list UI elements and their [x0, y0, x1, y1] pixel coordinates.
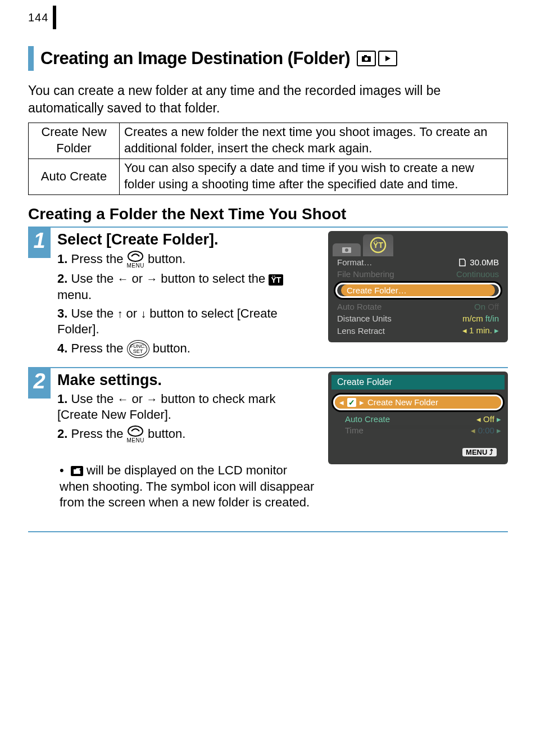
step-2: 2 Make settings. 1. Use the ← or → butto… — [28, 367, 508, 532]
step-title: Make settings. — [57, 372, 319, 389]
down-arrow-icon: ↓ — [140, 307, 146, 320]
menu-item: Auto Create ◂ Off ▸ — [328, 414, 508, 425]
instruction-line: 1. Press the MENU button. — [57, 251, 319, 269]
instruction-line: 2. Press the MENU button. — [57, 425, 319, 443]
svg-point-2 — [365, 57, 368, 61]
svg-point-9 — [128, 426, 143, 436]
checkmark-icon: ✓ — [347, 398, 356, 407]
section-title-bar: Creating an Image Destination (Folder) — [28, 46, 508, 71]
playback-mode-icon — [378, 51, 397, 66]
menu-button-icon: MENU — [127, 251, 144, 269]
func-set-button-icon: FUNC. SET — [127, 340, 149, 358]
left-arrow-icon: ← — [117, 273, 128, 285]
tools-menu-icon: ŸT — [269, 274, 283, 286]
menu-item: Format… 30.0MB — [334, 256, 502, 268]
instruction-line: 4. Press the FUNC. SET button. — [57, 340, 319, 358]
note-line: • ★ will be displayed on the LCD monitor… — [57, 463, 319, 511]
step-1: 1 Select [Create Folder]. 1. Press the M… — [28, 227, 508, 366]
menu-item: Auto Rotate On Off — [334, 301, 502, 313]
step-ordinal: 3. — [57, 306, 67, 320]
svg-text:ŸT: ŸT — [373, 241, 383, 250]
svg-marker-3 — [385, 56, 390, 61]
camera-menu-screenshot: ŸT Format… 30.0MB File Numbering — [328, 231, 508, 342]
instruction-line: 3. Use the ↑ or ↓ button to select [Crea… — [57, 306, 319, 338]
page-number-block: 144 — [28, 6, 508, 29]
menu-item: Lens Retract ◂ 1 min. ▸ — [334, 324, 502, 337]
submenu-title: Create Folder — [331, 375, 505, 390]
menu-item: File Numbering Continuous — [334, 268, 502, 280]
step-title: Select [Create Folder]. — [57, 231, 319, 248]
instruction-line: 2. Use the ← or → button to select the Ÿ… — [57, 271, 319, 303]
step-number: 2 — [28, 368, 51, 399]
table-row: Auto Create You can also specify a date … — [29, 159, 508, 195]
svg-rect-1 — [364, 55, 367, 57]
left-arrow-icon: ← — [117, 393, 128, 405]
highlighted-menu-item: ◂ ✓ ▸ Create New Folder — [331, 393, 505, 412]
new-folder-indicator-icon: ★ — [71, 466, 83, 476]
svg-text:★: ★ — [79, 468, 81, 472]
folder-options-table: Create New Folder Creates a new folder t… — [28, 123, 508, 195]
page-number-divider — [53, 6, 56, 29]
menu-back-button: MENU — [462, 448, 497, 456]
table-row: Create New Folder Creates a new folder t… — [29, 123, 508, 159]
step-number: 1 — [28, 228, 51, 258]
manual-page: 144 Creating an Image Destination (Folde… — [0, 0, 536, 756]
step-ordinal: 2. — [57, 271, 67, 286]
camera-mode-icon — [357, 51, 376, 66]
option-desc: Creates a new folder the next time you s… — [120, 123, 508, 159]
sd-card-icon — [458, 258, 466, 267]
mode-icons — [357, 51, 397, 66]
section-title: Creating an Image Destination (Folder) — [40, 48, 350, 69]
right-arrow-icon: → — [146, 273, 157, 285]
instruction-line: 1. Use the ← or → button to check mark [… — [57, 391, 319, 423]
camera-tab-icon — [333, 243, 361, 256]
up-arrow-icon: ↑ — [117, 307, 122, 320]
tools-tab-icon: ŸT — [363, 234, 393, 256]
right-arrow-icon: → — [146, 393, 157, 405]
option-desc: You can also specify a date and time if … — [120, 159, 508, 195]
step-ordinal: 4. — [57, 341, 67, 355]
svg-point-6 — [345, 248, 348, 252]
highlighted-menu-item: Create Folder… — [334, 281, 502, 300]
svg-point-4 — [128, 251, 143, 261]
title-accent — [28, 46, 34, 71]
intro-text: You can create a new folder at any time … — [28, 82, 508, 117]
step-ordinal: 2. — [57, 427, 67, 441]
page-number: 144 — [28, 11, 48, 24]
camera-submenu-screenshot: Create Folder ◂ ✓ ▸ Create New Folder Au… — [328, 372, 508, 464]
menu-item: Time ◂ 0:00 ▸ — [328, 425, 508, 437]
menu-button-icon: MENU — [127, 425, 144, 443]
option-label: Create New Folder — [29, 123, 120, 159]
option-label: Auto Create — [29, 159, 120, 195]
sub-heading: Creating a Folder the Next Time You Shoo… — [28, 205, 508, 223]
menu-item: Distance Units m/cm ft/in — [334, 313, 502, 324]
step-ordinal: 1. — [57, 392, 67, 406]
step-ordinal: 1. — [57, 252, 67, 266]
